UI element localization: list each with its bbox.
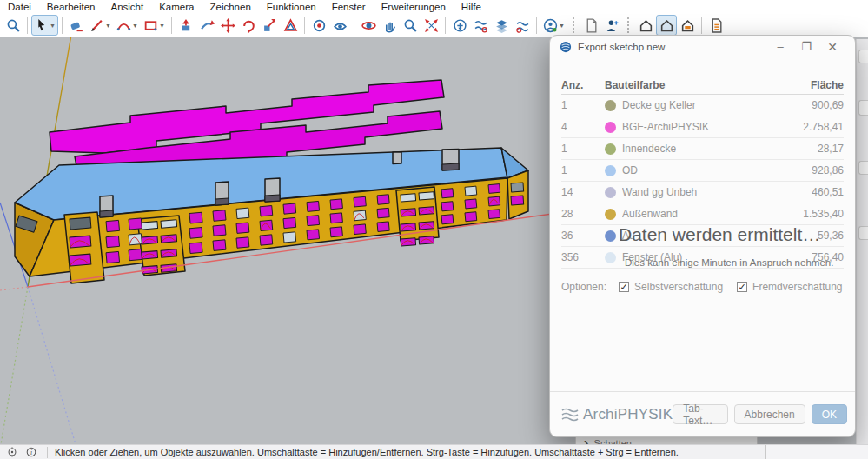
- menu-datei[interactable]: Datei: [0, 1, 39, 13]
- dropdown-caret-icon[interactable]: ▼: [132, 23, 138, 29]
- new-file-button-icon: [584, 18, 599, 33]
- section-plane-tool[interactable]: [449, 15, 470, 36]
- row-label: Innendecke: [622, 143, 676, 155]
- select-tool[interactable]: ▼: [31, 15, 58, 36]
- push-pull-tool[interactable]: [176, 15, 196, 36]
- building-window: [354, 196, 366, 207]
- menu-ansicht[interactable]: Ansicht: [103, 1, 151, 13]
- zoom-window-tool-icon: [403, 18, 418, 33]
- building-window: [213, 240, 226, 251]
- zoom-extents-tool[interactable]: [421, 15, 441, 36]
- new-file-button[interactable]: [580, 15, 601, 36]
- toolbar-separator: [62, 17, 63, 34]
- building-window: [377, 222, 389, 232]
- maximize-button[interactable]: ❐: [793, 40, 819, 54]
- dropdown-caret-icon[interactable]: ▼: [105, 23, 111, 29]
- zoom-extents-tool-icon: [424, 18, 439, 33]
- position-camera-tool[interactable]: [308, 15, 329, 36]
- pan-tool[interactable]: [379, 15, 400, 36]
- header-anz: Anz.: [561, 79, 605, 91]
- abbrechen-button[interactable]: Abbrechen: [734, 404, 805, 424]
- add-person-button[interactable]: [601, 15, 622, 36]
- toolbar-separator: [27, 17, 28, 34]
- dropdown-caret-icon[interactable]: ▼: [559, 23, 565, 29]
- checkbox-fremdverschattung[interactable]: ✓Fremdverschattung: [737, 281, 842, 293]
- building-window: [307, 201, 320, 211]
- archiphysik-house-orange-button-icon: [680, 18, 695, 33]
- orbit-tool-icon: [361, 18, 376, 33]
- menu-bearbeiten[interactable]: Bearbeiten: [39, 1, 103, 13]
- offset-tool[interactable]: [280, 15, 301, 36]
- building-window: [283, 217, 296, 228]
- follow-me-tool[interactable]: [196, 15, 217, 36]
- main-toolbar: ▼▼▼▼▼: [0, 14, 868, 37]
- archiphysik-house-button[interactable]: [635, 15, 656, 36]
- eraser-tool[interactable]: [66, 15, 87, 36]
- checkbox-selbstverschattung[interactable]: ✓Selbstverschattung: [619, 281, 723, 293]
- side-tray-sliver: [856, 39, 868, 444]
- building-window: [488, 210, 500, 219]
- look-around-tool[interactable]: [329, 15, 350, 36]
- row-area: 900,69: [792, 99, 844, 111]
- building-window: [236, 208, 249, 218]
- building-window: [488, 184, 500, 194]
- row-count: 14: [561, 186, 605, 198]
- minimize-button[interactable]: –: [767, 40, 793, 54]
- building-window: [189, 243, 202, 254]
- table-row: 14Wand gg Unbeh460,51: [561, 182, 844, 203]
- checkbox-icon[interactable]: ✓: [619, 282, 629, 292]
- rotate-tool[interactable]: [238, 15, 259, 36]
- close-button[interactable]: ✕: [819, 40, 845, 54]
- archiphysik-house-orange-button[interactable]: [677, 15, 698, 36]
- menu-fenster[interactable]: Fenster: [324, 1, 374, 13]
- measurements-box[interactable]: [765, 445, 868, 459]
- menu-zeichnen[interactable]: Zeichnen: [202, 1, 258, 13]
- pan-tool-icon: [382, 18, 397, 33]
- dropdown-caret-icon[interactable]: ▼: [50, 23, 56, 29]
- orbit-tool[interactable]: [358, 15, 379, 36]
- menu-funktionen[interactable]: Funktionen: [259, 1, 324, 13]
- section-outline-tool[interactable]: [512, 15, 533, 36]
- zoom-window-tool[interactable]: [400, 15, 421, 36]
- building-model[interactable]: [15, 148, 528, 283]
- row-label: Decke gg Keller: [622, 99, 696, 111]
- menu-hilfe[interactable]: Hilfe: [454, 1, 489, 13]
- building-window: [129, 249, 142, 261]
- move-tool[interactable]: [217, 15, 238, 36]
- checkbox-label: Selbstverschattung: [634, 281, 723, 293]
- info-icon[interactable]: i: [24, 447, 38, 457]
- row-label: Wand gg Unbeh: [622, 186, 697, 198]
- geolocation-icon[interactable]: [5, 447, 19, 457]
- rectangle-tool[interactable]: ▼: [141, 15, 168, 36]
- archiphysik-house-active-button-icon: [659, 18, 674, 33]
- toolbar-drag-handle[interactable]: [573, 17, 575, 33]
- section-plane-tool-icon: [453, 18, 467, 33]
- archiphysik-house-active-button[interactable]: [656, 15, 677, 36]
- dialog-titlebar[interactable]: Export sketchp new – ❐ ✕: [550, 36, 855, 58]
- tabtext-button[interactable]: Tab-Text…: [673, 404, 727, 424]
- building-window: [283, 203, 296, 214]
- checkbox-icon[interactable]: ✓: [737, 282, 747, 292]
- section-fill-tool[interactable]: [491, 15, 512, 36]
- section-display-tool[interactable]: [470, 15, 491, 36]
- row-area: 2.758,41: [792, 121, 844, 133]
- archiphysik-export-button[interactable]: [706, 15, 726, 36]
- building-window: [465, 199, 477, 209]
- building-window: [129, 218, 142, 230]
- line-tool[interactable]: ▼: [87, 15, 114, 36]
- toolbar-drag-handle[interactable]: [627, 17, 630, 33]
- ok-button[interactable]: OK: [812, 404, 847, 424]
- arc-tool[interactable]: ▼: [114, 15, 141, 36]
- toolbar-separator: [171, 17, 172, 34]
- menu-kamera[interactable]: Kamera: [151, 1, 202, 13]
- brand-text: ArchiPHYSIK: [583, 406, 673, 423]
- building-window: [377, 195, 389, 205]
- zoom-tool[interactable]: [3, 15, 23, 36]
- menu-erweiterungen[interactable]: Erweiterungen: [374, 1, 454, 13]
- scale-tool[interactable]: [259, 15, 280, 36]
- dropdown-caret-icon[interactable]: ▼: [159, 23, 165, 29]
- arc-tool-icon: [116, 18, 131, 33]
- checkbox-label: Fremdverschattung: [752, 281, 842, 293]
- account-button[interactable]: ▼: [540, 15, 567, 36]
- toolbar-separator: [304, 17, 305, 34]
